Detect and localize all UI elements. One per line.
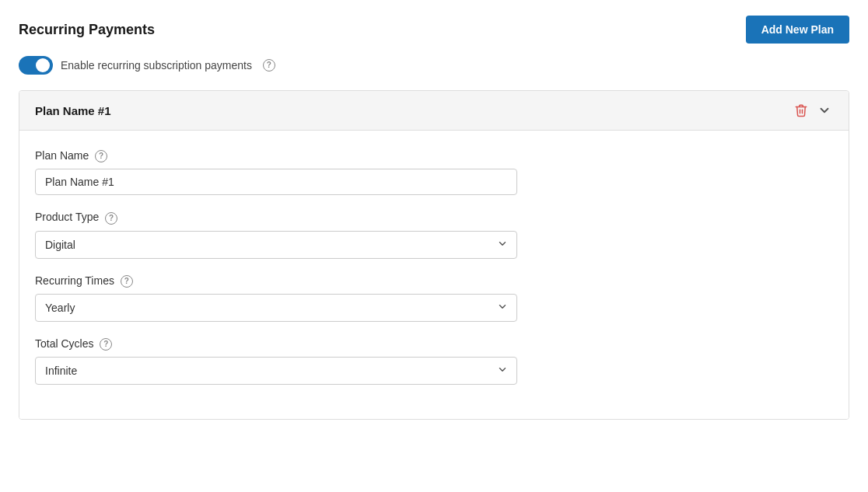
product-type-select-wrapper: Digital Physical Service [35,231,517,259]
plan-card: Plan Name #1 Plan Name [19,90,849,420]
recurring-times-label-text: Recurring Times [35,274,114,287]
trash-icon [794,103,808,117]
plan-card-actions [793,102,833,119]
plan-card-body: Plan Name ? Product Type ? Digital Physi… [19,131,849,419]
plan-name-label: Plan Name ? [35,149,833,162]
total-cycles-help-icon[interactable]: ? [100,338,112,351]
toggle-row: Enable recurring subscription payments ? [19,56,849,75]
product-type-label: Product Type ? [35,211,833,224]
plan-card-header: Plan Name #1 [19,91,849,131]
toggle-slider [19,56,53,75]
page-header: Recurring Payments Add New Plan [19,16,849,44]
total-cycles-group: Total Cycles ? Infinite 1 2 3 6 12 [35,337,833,385]
chevron-down-icon [817,103,831,117]
page-title: Recurring Payments [19,22,155,38]
recurring-times-group: Recurring Times ? Daily Weekly Monthly Y… [35,274,833,322]
plan-card-title: Plan Name #1 [35,104,111,117]
delete-plan-button[interactable] [793,102,810,119]
plan-name-input[interactable] [35,169,517,195]
plan-name-group: Plan Name ? [35,149,833,195]
recurring-times-help-icon[interactable]: ? [121,275,133,288]
recurring-times-select[interactable]: Daily Weekly Monthly Yearly [35,294,517,322]
toggle-label: Enable recurring subscription payments [61,59,252,72]
recurring-times-label: Recurring Times ? [35,274,833,288]
recurring-payments-toggle[interactable] [19,56,53,75]
total-cycles-label: Total Cycles ? [35,337,833,351]
total-cycles-select-wrapper: Infinite 1 2 3 6 12 [35,357,517,385]
toggle-help-icon[interactable]: ? [263,59,275,72]
recurring-times-select-wrapper: Daily Weekly Monthly Yearly [35,294,517,322]
product-type-label-text: Product Type [35,211,99,223]
total-cycles-select[interactable]: Infinite 1 2 3 6 12 [35,357,517,385]
product-type-group: Product Type ? Digital Physical Service [35,211,833,258]
plan-name-help-icon[interactable]: ? [95,150,107,162]
product-type-help-icon[interactable]: ? [105,212,117,225]
product-type-select[interactable]: Digital Physical Service [35,231,517,259]
plan-name-label-text: Plan Name [35,149,89,162]
total-cycles-label-text: Total Cycles [35,337,93,350]
collapse-plan-button[interactable] [816,102,833,119]
add-new-plan-button[interactable]: Add New Plan [746,16,849,44]
